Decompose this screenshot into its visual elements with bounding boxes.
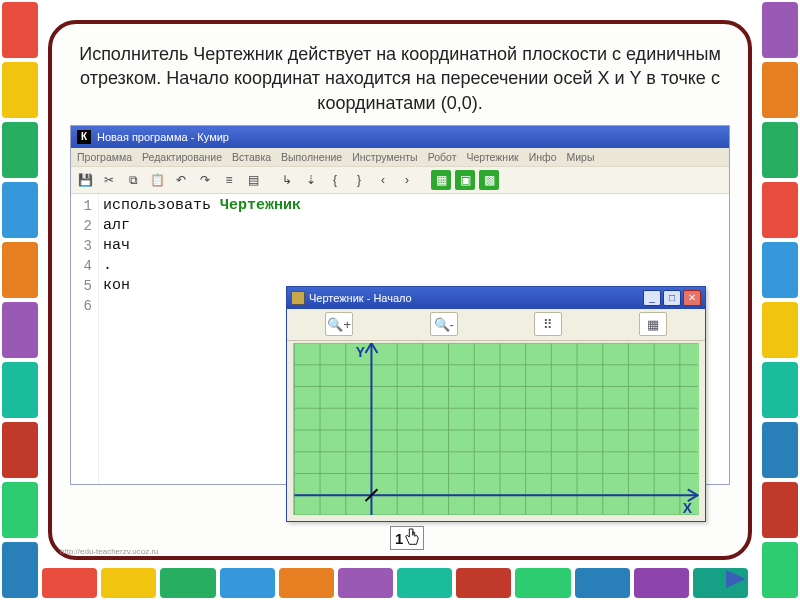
menu-item[interactable]: Вставка: [232, 151, 271, 163]
draftsman-title: Чертежник - Начало: [309, 292, 412, 304]
footer-url: http://edu-teacherzv.ucoz.ru: [60, 547, 159, 556]
fit-icon[interactable]: ▦: [639, 312, 667, 336]
menu-item[interactable]: Робот: [428, 151, 457, 163]
svg-marker-28: [726, 570, 746, 588]
step-over-icon[interactable]: ↳: [277, 170, 297, 190]
menu-item[interactable]: Редактирование: [142, 151, 222, 163]
page-number: 1: [395, 530, 403, 547]
brace-left-icon[interactable]: {: [325, 170, 345, 190]
crayon-border-right: [760, 0, 800, 600]
app-menubar[interactable]: Программа Редактирование Вставка Выполне…: [71, 148, 729, 166]
crayon-border-bottom: [40, 566, 750, 600]
kumir-app-window: К Новая программа - Кумир Программа Реда…: [70, 125, 730, 485]
menu-item[interactable]: Выполнение: [281, 151, 342, 163]
slide-heading: Исполнитель Чертежник действует на коорд…: [68, 40, 732, 123]
zoom-out-icon[interactable]: 🔍-: [430, 312, 458, 336]
maximize-button[interactable]: □: [663, 290, 681, 306]
brace-right-icon[interactable]: }: [349, 170, 369, 190]
next-slide-button[interactable]: [724, 568, 748, 590]
menu-item[interactable]: Инфо: [529, 151, 557, 163]
app-toolbar: 💾 ✂ ⧉ 📋 ↶ ↷ ≡ ▤ ↳ ⇣ { } ‹ › ▦ ▣ ▩: [71, 166, 729, 194]
step-into-icon[interactable]: ⇣: [301, 170, 321, 190]
slide-stage: Исполнитель Чертежник действует на коорд…: [48, 20, 752, 560]
crayon-border-left: [0, 0, 40, 600]
grid-toggle-icon[interactable]: ⠿: [534, 312, 562, 336]
axis-y-label: Y: [356, 344, 365, 360]
grid-svg: Y X: [293, 343, 699, 515]
close-button[interactable]: ✕: [683, 290, 701, 306]
code-editor[interactable]: 1 2 3 4 5 6 использовать Чертежник алг н…: [71, 194, 729, 484]
draftsman-icon: [291, 291, 305, 305]
draftsman-window[interactable]: Чертежник - Начало _ □ ✕ 🔍+ 🔍- ⠿ ▦: [286, 286, 706, 522]
menu-item[interactable]: Миры: [566, 151, 594, 163]
coordinate-grid[interactable]: Y X: [293, 343, 699, 515]
world-box-icon[interactable]: ▣: [455, 170, 475, 190]
menu-item[interactable]: Инструменты: [352, 151, 417, 163]
minimize-button[interactable]: _: [643, 290, 661, 306]
save-icon[interactable]: 💾: [75, 170, 95, 190]
app-titlebar[interactable]: К Новая программа - Кумир: [71, 126, 729, 148]
world-fill-icon[interactable]: ▩: [479, 170, 499, 190]
pointer-hand-icon: [403, 527, 421, 549]
redo-icon[interactable]: ↷: [195, 170, 215, 190]
chevron-left-icon[interactable]: ‹: [373, 170, 393, 190]
draftsman-toolbar: 🔍+ 🔍- ⠿ ▦: [287, 309, 705, 341]
app-icon: К: [77, 130, 91, 144]
slide-number-cursor: 1: [390, 526, 424, 550]
svg-rect-0: [294, 343, 697, 515]
menu-item[interactable]: Чертежник: [466, 151, 518, 163]
axis-x-label: X: [683, 500, 693, 515]
paste-icon[interactable]: 📋: [147, 170, 167, 190]
undo-icon[interactable]: ↶: [171, 170, 191, 190]
world-grid-icon[interactable]: ▦: [431, 170, 451, 190]
app-title: Новая программа - Кумир: [97, 131, 229, 143]
draftsman-titlebar[interactable]: Чертежник - Начало _ □ ✕: [287, 287, 705, 309]
doc-icon[interactable]: ▤: [243, 170, 263, 190]
cut-icon[interactable]: ✂: [99, 170, 119, 190]
zoom-in-icon[interactable]: 🔍+: [325, 312, 353, 336]
copy-icon[interactable]: ⧉: [123, 170, 143, 190]
menu-item[interactable]: Программа: [77, 151, 132, 163]
list-icon[interactable]: ≡: [219, 170, 239, 190]
chevron-right-icon[interactable]: ›: [397, 170, 417, 190]
line-gutter: 1 2 3 4 5 6: [71, 194, 99, 484]
